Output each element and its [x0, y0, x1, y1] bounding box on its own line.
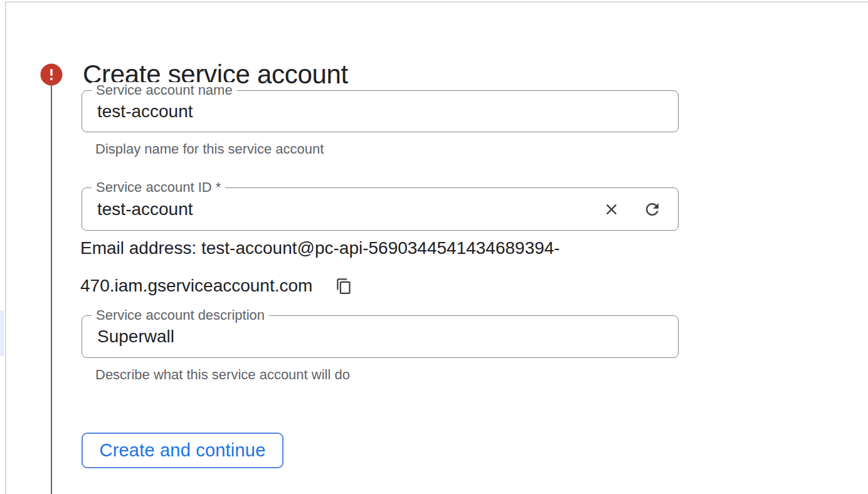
- email-address-text-2: 470.iam.gserviceaccount.com: [80, 276, 312, 296]
- refresh-icon[interactable]: [643, 200, 662, 219]
- create-service-account-page: Create service account Service account n…: [0, 0, 868, 494]
- email-address-line-2: 470.iam.gserviceaccount.com: [80, 267, 560, 305]
- service-account-description-helper: Describe what this service account will …: [95, 367, 350, 383]
- service-account-id-field[interactable]: Service account ID *: [82, 187, 679, 231]
- service-account-id-actions: [603, 200, 662, 219]
- service-account-name-field[interactable]: Service account name: [82, 90, 679, 132]
- service-account-id-label: Service account ID *: [92, 179, 225, 196]
- service-account-name-helper: Display name for this service account: [95, 141, 324, 157]
- service-account-id-input[interactable]: [97, 199, 663, 219]
- service-account-description-label: Service account description: [92, 307, 269, 323]
- close-icon[interactable]: [603, 201, 620, 218]
- stepper-connector-line: [51, 81, 52, 494]
- service-account-name-label: Service account name: [92, 82, 237, 98]
- service-account-name-input[interactable]: [97, 102, 663, 122]
- email-address-text-1: Email address: test-account@pc-api-56903…: [80, 238, 560, 258]
- top-border-line: [6, 1, 868, 3]
- sidebar-highlight: [0, 310, 4, 356]
- service-account-description-field[interactable]: Service account description: [82, 315, 679, 358]
- left-border-line: [5, 1, 6, 494]
- content-copy-icon[interactable]: [336, 278, 352, 295]
- create-and-continue-button[interactable]: Create and continue: [82, 433, 283, 468]
- service-account-description-input[interactable]: [97, 327, 663, 347]
- email-address-line-1: Email address: test-account@pc-api-56903…: [80, 229, 560, 267]
- email-address-block: Email address: test-account@pc-api-56903…: [80, 229, 560, 305]
